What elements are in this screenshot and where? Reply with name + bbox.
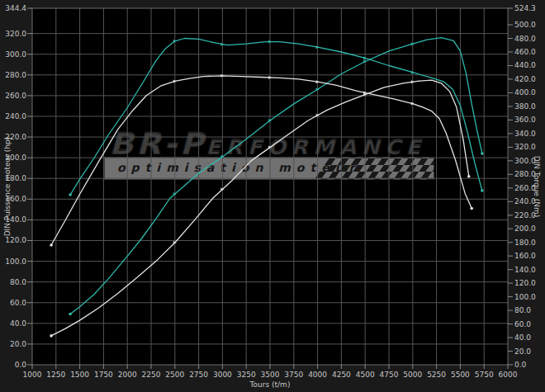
right-axis-tick-label: 300.0 (514, 157, 544, 165)
curve-endpoint-marker (481, 152, 484, 155)
left-axis-tick-label: 260.0 (0, 92, 26, 100)
left-axis-tick-label: 240.0 (0, 112, 26, 120)
x-axis-tick-label: 1000 (20, 371, 45, 379)
left-axis-tick-label: 320.0 (0, 30, 26, 38)
curve-endpoint-marker (470, 207, 473, 210)
right-axis-tick-label: 340.0 (514, 130, 544, 138)
left-axis-tick-label: 80.0 (0, 278, 26, 286)
curve-endpoint-marker (467, 175, 471, 178)
curve-endpoint-marker (69, 193, 72, 196)
x-axis-tick-label: 5750 (472, 371, 496, 379)
x-axis-tick-label: 2750 (187, 371, 211, 379)
right-axis-tick-label: 140.0 (514, 266, 544, 274)
right-axis-tick-label: 524.3 (514, 4, 544, 12)
right-axis-tick-label: 400.0 (514, 88, 544, 97)
curve-endpoint-marker (50, 334, 53, 338)
right-axis-tick-label: 480.0 (514, 35, 544, 43)
right-axis-tick-label: 420.0 (514, 75, 544, 83)
curve-endpoint-marker (69, 313, 72, 316)
right-axis-tick-label: 380.0 (514, 102, 544, 111)
x-axis-tick-label: 3000 (210, 371, 235, 379)
chart-canvas (0, 0, 545, 392)
x-axis-tick-label: 3250 (234, 371, 258, 379)
right-axis-tick-label: 60.0 (514, 320, 544, 328)
curve-power-stock (51, 80, 469, 336)
right-axis-tick-label: 180.0 (514, 239, 544, 247)
x-axis-tick-label: 5000 (400, 371, 425, 379)
x-axis-tick-label: 4500 (353, 371, 377, 379)
right-axis-tick-label: 200.0 (514, 224, 544, 233)
right-axis-tick-label: 280.0 (514, 170, 544, 178)
right-axis-tick-label: 360.0 (514, 116, 544, 124)
x-axis-tick-label: 4000 (306, 371, 330, 379)
left-axis-tick-label: 140.0 (0, 215, 26, 224)
left-axis-tick-label: 60.0 (0, 299, 26, 307)
right-axis-tick-label: 220.0 (514, 211, 544, 220)
left-axis-title: DIN Puissance moteur (hp) (3, 129, 12, 244)
left-axis-tick-label: 160.0 (0, 195, 26, 203)
x-axis-tick-label: 2000 (115, 371, 140, 379)
dyno-chart: BR-PERFORMANCE optimisation moteur DIN P… (0, 0, 545, 392)
left-axis-tick-label: 120.0 (0, 236, 26, 244)
x-axis-tick-label: 3500 (258, 371, 282, 379)
left-axis-tick-label: 0.0 (0, 361, 26, 369)
x-axis-tick-label: 4250 (329, 371, 353, 379)
x-axis-tick-label: 6000 (495, 371, 520, 379)
x-axis-tick-label: 1750 (91, 371, 116, 379)
right-axis-tick-label: 460.0 (514, 48, 544, 56)
x-axis-tick-label: 2250 (139, 371, 164, 379)
x-axis-tick-label: 5250 (424, 371, 449, 379)
left-axis-tick-label: 344.4 (0, 4, 26, 12)
right-axis-tick-label: 80.0 (514, 306, 544, 314)
left-axis-tick-label: 100.0 (0, 257, 26, 266)
right-axis-tick-label: 440.0 (514, 61, 544, 69)
right-axis-tick-label: 120.0 (514, 279, 544, 287)
x-axis-tick-label: 2500 (163, 371, 187, 379)
x-axis-tick-label: 1500 (68, 371, 92, 379)
left-axis-tick-label: 300.0 (0, 50, 26, 59)
right-axis-tick-label: 0.0 (514, 361, 544, 369)
x-axis-tick-label: 1250 (44, 371, 69, 379)
left-axis-tick-label: 40.0 (0, 319, 26, 328)
right-axis-tick-label: 320.0 (514, 143, 544, 151)
curve-power-tuned (70, 38, 482, 314)
curve-endpoint-marker (50, 243, 53, 247)
right-axis-tick-label: 40.0 (514, 333, 544, 342)
x-axis-tick-label: 5500 (448, 371, 472, 379)
right-axis-tick-label: 240.0 (514, 197, 544, 205)
x-axis-title: Tours (t/m) (229, 380, 311, 389)
right-axis-tick-label: 20.0 (514, 347, 544, 356)
left-axis-tick-label: 280.0 (0, 71, 26, 79)
left-axis-tick-label: 20.0 (0, 340, 26, 348)
right-axis-tick-label: 500.0 (514, 21, 544, 29)
x-axis-tick-label: 4750 (377, 371, 401, 379)
right-axis-tick-label: 260.0 (514, 184, 544, 192)
right-axis-tick-label: 100.0 (514, 293, 544, 301)
left-axis-tick-label: 220.0 (0, 133, 26, 141)
right-axis-tick-label: 160.0 (514, 252, 544, 260)
left-axis-tick-label: 200.0 (0, 153, 26, 162)
x-axis-tick-label: 3750 (282, 371, 306, 379)
curve-endpoint-marker (481, 189, 484, 192)
left-axis-tick-label: 180.0 (0, 174, 26, 182)
